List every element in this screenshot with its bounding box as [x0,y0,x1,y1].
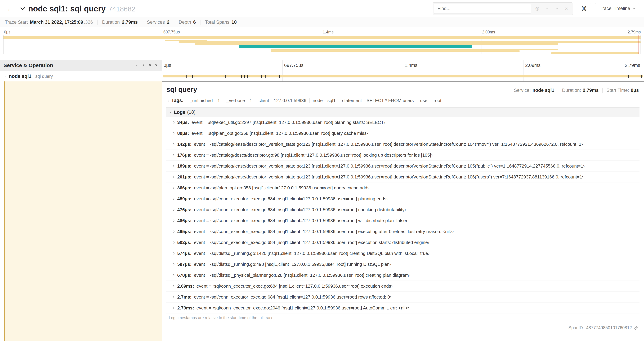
log-row[interactable]: 80μs:event = ‹sql/plan_opt.go:358 [nsql1… [166,128,640,139]
log-message: event = ‹sql/conn_executor_exec.go:2046 … [196,305,410,311]
clear-search-icon[interactable]: × [563,6,570,12]
log-marker-tick[interactable] [261,75,262,78]
next-result-icon[interactable] [554,8,560,9]
tag-item[interactable]: statement=SELECT * FROM users [339,98,417,103]
collapse-all-icon[interactable] [149,65,150,66]
timeline-tick-label: 2.79ms [625,63,640,68]
span-detail-header: sql query Service:node sql1Duration:2.79… [166,86,640,93]
log-marker-tick[interactable] [628,75,629,78]
log-row[interactable]: 176μs:event = ‹sql/catalog/descs/descrip… [166,150,640,161]
tags-row[interactable]: Tags: _unfinished=1_verbose=1client=127.… [166,98,640,103]
logs-header[interactable]: Logs (18) [166,107,640,117]
trace-title: node sql1: sql query7418682 [28,4,136,13]
tag-equals: = [323,98,327,103]
back-button[interactable]: ← [5,3,16,14]
tag-item[interactable]: _unfinished=1 [186,98,223,103]
log-marker-tick[interactable] [194,75,195,78]
log-marker-tick[interactable] [176,75,176,78]
log-row[interactable]: 678μs:event = ‹sql/distsql_physical_plan… [166,270,640,281]
log-row[interactable]: 2.69ms:event = ‹sql/conn_executor_exec.g… [166,281,640,292]
prev-result-icon[interactable] [544,8,550,9]
detail-meta-label: Start Time: [606,88,629,93]
log-message: event = ‹sql/conn_executor_exec.go:684 [… [194,196,388,201]
log-timestamp: 142μs: [177,142,192,147]
minimap-tick-label: 2.09ms [482,30,495,35]
log-row[interactable]: 201μs:event = ‹sql/catalog/lease/descrip… [166,172,640,182]
span-row: node sql1 sql query [0,71,644,82]
log-marker-tick[interactable] [248,75,249,78]
minimap-canvas[interactable] [3,35,641,54]
log-row[interactable]: 189μs:event = ‹sql/catalog/lease/descrip… [166,161,640,172]
tag-item[interactable]: user=root [417,98,444,103]
expand-all-icon[interactable] [156,65,157,66]
minimap-span-bar [271,51,520,52]
tag-key: _verbose [226,98,245,103]
tags-label: Tags: [172,98,184,103]
trace-minimap: 0μs697.75μs1.4ms2.09ms2.79ms [0,27,644,55]
log-row[interactable]: 476μs:event = ‹sql/conn_executor_exec.go… [166,204,640,215]
span-duration-bar[interactable] [163,75,642,78]
minimap-span-bar [179,42,640,43]
expand-one-icon[interactable] [142,65,144,66]
log-row[interactable]: 34μs:event = ‹sql/exec_util.go:2297 [nsq… [166,117,640,128]
chevron-right-icon [172,307,174,309]
trace-timeline-dropdown[interactable]: Trace Timeline [595,3,639,14]
log-row[interactable]: 502μs:event = ‹sql/conn_executor_exec.go… [166,237,640,248]
tag-item[interactable]: client=127.0.0.1:59936 [255,98,309,103]
minimap-tick-label: 2.79ms [628,30,641,35]
chevron-right-icon [172,209,174,211]
chevron-right-icon [172,143,174,145]
log-marker-tick[interactable] [244,75,244,78]
log-marker-tick[interactable] [225,75,226,78]
log-marker-tick[interactable] [265,75,266,78]
log-row[interactable]: 2.7ms:event = ‹sql/conn_executor_exec.go… [166,292,640,302]
collapse-trace-icon[interactable] [20,6,25,10]
span-indent-column [0,82,162,341]
log-marker-tick[interactable] [627,75,627,78]
tag-item[interactable]: _verbose=1 [223,98,255,103]
log-timestamp: 495μs: [177,229,192,234]
log-row[interactable]: 459μs:event = ‹sql/conn_executor_exec.go… [166,193,640,204]
tag-value: 127.0.0.1:59936 [274,98,306,103]
span-timeline[interactable] [162,71,644,82]
tag-value: SELECT * FROM users [366,98,414,103]
log-marker-tick[interactable] [186,75,187,78]
logs-count: (18) [187,110,196,115]
log-row[interactable]: 366μs:event = ‹sql/plan_opt.go:358 [nsql… [166,182,640,193]
chevron-right-icon [172,198,174,200]
span-service-name: node sql1 [9,74,32,79]
log-marker-tick[interactable] [168,75,168,78]
log-row[interactable]: 597μs:event = ‹sql/distsql_running.go:49… [166,259,640,270]
log-message: event = ‹sql/catalog/lease/descriptor_ve… [194,163,584,169]
log-marker-tick[interactable] [279,75,280,78]
log-row[interactable]: 142μs:event = ‹sql/catalog/lease/descrip… [166,139,640,150]
log-marker-tick[interactable] [197,75,197,78]
logs-title: Logs [174,110,186,115]
span-name-cell[interactable]: node sql1 sql query [0,71,162,82]
log-row[interactable]: 2.79ms:event = ‹sql/conn_executor_exec.g… [166,302,640,313]
chevron-right-icon [172,121,174,124]
log-row[interactable]: 495μs:event = ‹sql/conn_executor_exec.go… [166,226,640,237]
top-header: ← node sql1: sql query7418682 ⊕ × ⌘ Trac… [0,0,644,17]
collapse-one-icon[interactable] [136,65,137,66]
timeline-tick-label: 0μs [162,63,171,68]
summary-item-value: 2.79ms [122,20,138,25]
log-message: event = ‹sql/distsql_physical_planner.go… [194,272,410,278]
summary-item-label: Services [147,20,165,25]
log-row[interactable]: 574μs:event = ‹sql/distsql_running.go:14… [166,248,640,259]
zoom-icon[interactable]: ⊕ [534,6,540,12]
copy-link-icon[interactable] [634,325,639,330]
log-marker-tick[interactable] [241,75,242,78]
timeline-tick-labels: 0μs697.75μs1.4ms2.09ms2.79ms [162,60,644,71]
log-marker-tick[interactable] [641,75,642,78]
keyboard-shortcuts-button[interactable]: ⌘ [577,3,591,14]
log-marker-tick[interactable] [192,75,193,78]
log-marker-tick[interactable] [246,75,246,78]
minimap-cursor[interactable] [638,35,638,54]
log-marker-tick[interactable] [248,75,248,78]
tag-item[interactable]: node=sql1 [309,98,339,103]
minimap-span-bar [271,49,558,50]
log-row[interactable]: 486μs:event = ‹sql/conn_executor_exec.go… [166,215,640,226]
find-input[interactable] [434,4,531,14]
timeline-tick-label: 697.75μs [282,63,304,68]
